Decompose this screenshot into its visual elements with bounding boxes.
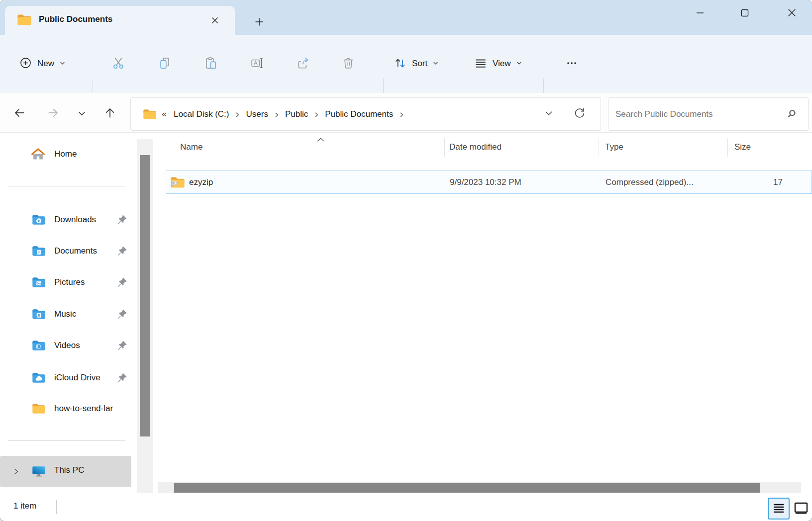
breadcrumb-chevron-icon[interactable] (398, 111, 405, 118)
column-header-divider[interactable] (444, 138, 445, 157)
breadcrumb-chevron-icon[interactable] (234, 111, 241, 118)
sidebar-divider (8, 186, 125, 186)
arrow-right-icon (46, 106, 60, 121)
sidebar-item-pictures[interactable]: Pictures (0, 271, 132, 293)
pin-icon (117, 373, 127, 383)
sort-ascending-icon[interactable] (316, 137, 325, 142)
file-name: ezyzip (189, 177, 213, 187)
column-header-date-modified[interactable]: Date modified (449, 142, 502, 152)
command-toolbar: New Sort View (0, 35, 812, 92)
up-button[interactable] (100, 103, 120, 124)
view-lines-icon (474, 56, 488, 72)
sidebar-item-label: This PC (54, 465, 84, 475)
breadcrumb-chevron-icon[interactable] (313, 111, 320, 118)
new-button[interactable]: New (13, 51, 72, 76)
sidebar-item-downloads[interactable]: Downloads (0, 209, 132, 231)
view-button[interactable]: View (470, 51, 526, 76)
sidebar-item-home[interactable]: Home (0, 143, 132, 165)
close-window-button[interactable] (780, 2, 803, 25)
search-box[interactable] (608, 97, 809, 131)
share-icon (297, 56, 310, 72)
vertical-scrollbar-thumb[interactable] (140, 155, 150, 436)
new-tab-button[interactable] (250, 13, 268, 31)
address-bar[interactable]: « Local Disk (C:) Users Public Public Do… (130, 97, 601, 131)
sidebar-item-videos[interactable]: Videos (0, 335, 132, 356)
thumbnails-view-button[interactable] (791, 499, 811, 519)
pictures-folder-icon (32, 276, 46, 288)
rename-icon (250, 56, 264, 72)
horizontal-scrollbar-thumb[interactable] (174, 483, 760, 493)
horizontal-scrollbar[interactable] (158, 482, 801, 493)
column-header-divider[interactable] (599, 138, 599, 157)
delete-button[interactable] (336, 52, 360, 76)
thumbnails-view-icon (794, 502, 809, 516)
breadcrumb-local-disk[interactable]: Local Disk (C:) (174, 109, 229, 119)
expand-chevron-icon[interactable] (12, 468, 20, 475)
tab-close-button[interactable] (206, 12, 223, 29)
rename-button[interactable] (245, 52, 269, 76)
sidebar-item-documents[interactable]: Documents (0, 240, 132, 262)
minimize-button[interactable] (689, 2, 711, 25)
sort-button[interactable]: Sort (389, 51, 443, 76)
sidebar-item-this-pc[interactable]: This PC (0, 456, 131, 487)
scissors-icon (111, 56, 125, 72)
arrow-up-icon (103, 106, 117, 121)
status-bar: 1 item (0, 493, 812, 521)
maximize-icon (741, 9, 749, 18)
search-icon[interactable] (786, 108, 797, 120)
paste-button[interactable] (199, 52, 223, 76)
file-size: 17 (773, 177, 783, 187)
sidebar-item-how-to-send[interactable]: how-to-send-lar (0, 398, 132, 420)
new-label: New (37, 59, 54, 69)
sort-label: Sort (412, 59, 427, 69)
view-label: View (493, 59, 511, 69)
sidebar-item-label: Music (54, 309, 76, 319)
home-icon (31, 148, 45, 161)
copy-button[interactable] (153, 52, 177, 76)
ellipsis-icon (565, 57, 578, 71)
breadcrumb-users[interactable]: Users (246, 109, 268, 119)
pin-icon (117, 309, 127, 319)
column-header-name[interactable]: Name (180, 142, 203, 152)
cut-button[interactable] (106, 52, 130, 76)
address-dropdown-button[interactable] (539, 104, 559, 124)
folder-icon (32, 403, 46, 415)
share-button[interactable] (292, 52, 315, 76)
pin-icon (117, 341, 127, 350)
more-options-button[interactable] (560, 53, 583, 75)
sidebar-item-music[interactable]: Music (0, 303, 132, 325)
breadcrumb-overflow[interactable]: « (162, 109, 167, 119)
pin-icon (117, 215, 127, 225)
vertical-scrollbar[interactable] (137, 139, 153, 495)
back-button[interactable] (9, 103, 30, 124)
close-icon (211, 16, 219, 26)
sidebar-item-icloud-drive[interactable]: iCloud Drive (0, 367, 132, 389)
refresh-button[interactable] (569, 103, 591, 125)
icloud-folder-icon (32, 372, 46, 384)
close-icon (788, 8, 796, 18)
plus-icon (254, 17, 264, 28)
breadcrumb-public-documents[interactable]: Public Documents (325, 109, 393, 119)
sidebar-item-label: Pictures (54, 277, 85, 287)
downloads-folder-icon (32, 214, 46, 226)
sidebar-item-label: how-to-send-lar (54, 404, 113, 414)
column-header-divider[interactable] (727, 138, 728, 157)
breadcrumb-public[interactable]: Public (285, 109, 308, 119)
maximize-button[interactable] (733, 2, 756, 25)
search-input[interactable] (609, 109, 786, 119)
breadcrumb-chevron-icon[interactable] (273, 111, 280, 118)
forward-button[interactable] (43, 103, 64, 124)
column-header-size[interactable]: Size (734, 142, 751, 152)
tab-title: Public Documents (39, 14, 112, 24)
tab-public-documents[interactable]: Public Documents (5, 6, 235, 35)
trash-icon (341, 56, 355, 72)
navigation-row: « Local Disk (C:) Users Public Public Do… (0, 93, 812, 133)
chevron-down-icon (544, 109, 553, 119)
recent-locations-button[interactable] (72, 105, 91, 124)
videos-folder-icon (32, 340, 46, 351)
column-header-type[interactable]: Type (605, 142, 623, 152)
sidebar-divider (8, 440, 125, 441)
details-view-button[interactable] (768, 498, 790, 520)
file-row-ezyzip[interactable]: ezyzip 9/9/2023 10:32 PM Compressed (zip… (166, 171, 812, 194)
chevron-down-icon (78, 109, 86, 119)
